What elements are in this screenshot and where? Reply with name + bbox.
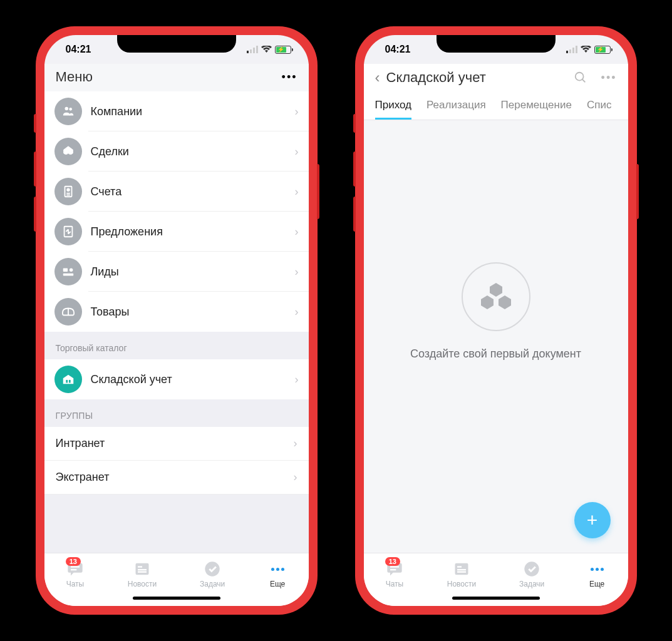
tab-label: Задачи bbox=[519, 580, 544, 588]
menu-item-label: Товары bbox=[91, 305, 295, 319]
tab-chats[interactable]: 13 Чаты bbox=[385, 560, 404, 588]
svg-point-5 bbox=[69, 108, 72, 111]
badge: 13 bbox=[66, 557, 81, 566]
svg-rect-13 bbox=[63, 274, 73, 276]
svg-rect-16 bbox=[71, 566, 80, 567]
phone-right: 04:21 ⚡ ‹ Складской учет ••• Приход Реал… bbox=[355, 26, 637, 615]
chevron-right-icon: › bbox=[295, 225, 299, 238]
chevron-right-icon: › bbox=[295, 145, 299, 158]
signal-icon bbox=[247, 46, 258, 53]
svg-rect-20 bbox=[138, 569, 147, 570]
battery-icon: ⚡ bbox=[594, 46, 611, 54]
home-indicator[interactable] bbox=[452, 597, 540, 600]
menu-item-offers[interactable]: Предложения › bbox=[44, 212, 309, 252]
tab-label: Новости bbox=[447, 580, 476, 588]
notch bbox=[437, 35, 556, 53]
status-time: 04:21 bbox=[66, 44, 91, 55]
chevron-right-icon: › bbox=[295, 305, 299, 319]
more-icon bbox=[587, 560, 606, 578]
menu-item-inventory[interactable]: Складской учет › bbox=[44, 359, 309, 399]
svg-line-28 bbox=[582, 79, 585, 83]
svg-rect-24 bbox=[569, 49, 571, 53]
tab-label: Задачи bbox=[200, 580, 225, 588]
svg-rect-15 bbox=[68, 380, 70, 383]
invoices-icon bbox=[54, 178, 82, 205]
menu-item-label: Компании bbox=[91, 105, 295, 118]
wifi-icon bbox=[261, 46, 272, 53]
group-item-extranet[interactable]: Экстранет › bbox=[44, 461, 309, 495]
chevron-right-icon: › bbox=[294, 437, 297, 450]
nav-header: ‹ Складской учет ••• bbox=[364, 64, 628, 93]
products-icon bbox=[54, 298, 82, 326]
news-icon bbox=[452, 560, 471, 578]
tab-sales[interactable]: Реализация bbox=[426, 99, 486, 120]
menu-item-companies[interactable]: Компании › bbox=[44, 91, 309, 131]
svg-rect-25 bbox=[572, 48, 574, 53]
svg-point-4 bbox=[65, 107, 68, 111]
empty-text: Создайте свой первый документ bbox=[410, 347, 581, 361]
tab-more[interactable]: Еще bbox=[268, 560, 287, 588]
menu-item-products[interactable]: Товары › bbox=[44, 292, 309, 332]
badge: 13 bbox=[385, 557, 400, 566]
svg-point-35 bbox=[524, 562, 539, 576]
tab-chats[interactable]: 13 Чаты bbox=[66, 560, 85, 588]
svg-rect-14 bbox=[66, 380, 68, 383]
menu-item-label: Складской учет bbox=[91, 373, 295, 386]
chevron-right-icon: › bbox=[294, 471, 297, 484]
page-title: Складской учет bbox=[386, 69, 486, 86]
more-icon[interactable]: ••• bbox=[601, 71, 617, 85]
empty-state: Создайте свой первый документ bbox=[364, 120, 628, 553]
svg-point-22 bbox=[205, 562, 219, 576]
inventory-icon bbox=[54, 366, 82, 393]
menu-item-leads[interactable]: Лиды › bbox=[44, 252, 309, 292]
svg-rect-34 bbox=[457, 572, 466, 573]
tab-income[interactable]: Приход bbox=[375, 99, 411, 120]
tab-tasks[interactable]: Задачи bbox=[519, 560, 544, 588]
menu-item-label: Предложения bbox=[91, 225, 295, 238]
back-button[interactable]: ‹ bbox=[375, 69, 380, 86]
tab-news[interactable]: Новости bbox=[447, 560, 476, 588]
group-item-intranet[interactable]: Интранет › bbox=[44, 427, 309, 461]
chevron-right-icon: › bbox=[295, 265, 299, 279]
fab-add-button[interactable]: + bbox=[574, 502, 611, 538]
home-indicator[interactable] bbox=[133, 597, 220, 600]
notch bbox=[117, 35, 236, 53]
tab-label: Еще bbox=[589, 580, 604, 588]
tab-tasks[interactable]: Задачи bbox=[200, 560, 225, 588]
svg-rect-21 bbox=[138, 572, 147, 573]
svg-point-27 bbox=[575, 73, 583, 81]
chevron-right-icon: › bbox=[295, 185, 299, 198]
svg-rect-3 bbox=[256, 46, 258, 53]
group-label: Экстранет bbox=[56, 471, 110, 484]
tab-more[interactable]: Еще bbox=[587, 560, 606, 588]
search-icon[interactable] bbox=[574, 71, 587, 85]
svg-rect-1 bbox=[250, 49, 252, 53]
tab-transfer[interactable]: Перемещение bbox=[501, 99, 572, 120]
section-header-groups: ГРУППЫ bbox=[44, 399, 309, 427]
svg-point-7 bbox=[67, 188, 70, 191]
tab-news[interactable]: Новости bbox=[128, 560, 157, 588]
section-header-catalog: Торговый каталог bbox=[44, 332, 309, 359]
tab-label: Еще bbox=[270, 580, 285, 588]
tab-writeoff[interactable]: Спис bbox=[587, 99, 611, 120]
svg-point-12 bbox=[69, 269, 73, 272]
deals-icon bbox=[54, 138, 82, 165]
svg-rect-26 bbox=[576, 46, 577, 53]
status-time: 04:21 bbox=[385, 44, 411, 55]
menu-item-deals[interactable]: Сделки › bbox=[44, 131, 309, 172]
nav-header: Меню ••• bbox=[44, 64, 309, 91]
menu-item-invoices[interactable]: Счета › bbox=[44, 172, 309, 212]
news-icon bbox=[133, 560, 152, 578]
more-icon[interactable]: ••• bbox=[282, 71, 297, 84]
tasks-icon bbox=[203, 560, 222, 578]
tab-label: Чаты bbox=[66, 580, 85, 588]
svg-rect-29 bbox=[390, 566, 399, 567]
tabs: Приход Реализация Перемещение Спис bbox=[364, 93, 628, 120]
svg-rect-19 bbox=[138, 566, 142, 567]
svg-rect-33 bbox=[457, 569, 466, 570]
empty-icon-circle bbox=[462, 262, 530, 331]
svg-rect-0 bbox=[247, 51, 249, 53]
tab-label: Чаты bbox=[386, 580, 404, 588]
menu-item-label: Счета bbox=[91, 185, 295, 198]
svg-rect-11 bbox=[63, 269, 67, 272]
